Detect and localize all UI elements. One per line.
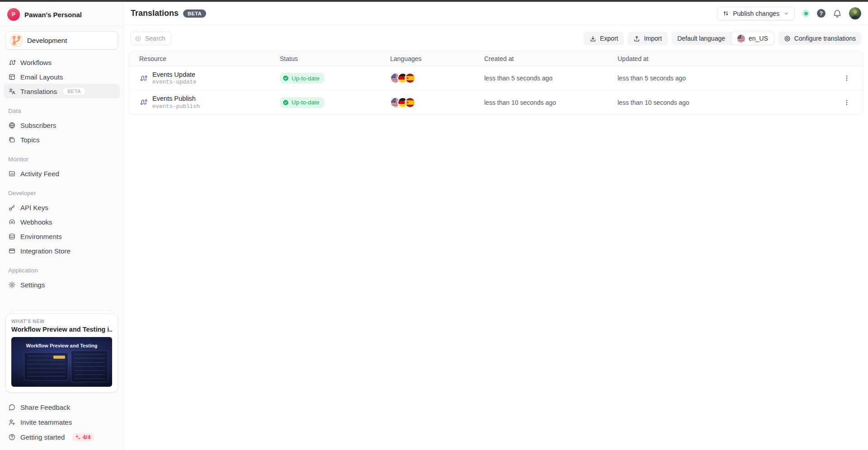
thumbnail-panel — [71, 351, 108, 382]
status-badge: Up-to-date — [280, 97, 324, 108]
import-button[interactable]: Import — [627, 32, 668, 45]
search-label: Search — [145, 35, 165, 42]
flag-us-icon — [737, 35, 745, 42]
help-icon[interactable]: ? — [817, 9, 826, 18]
export-icon — [590, 35, 596, 42]
sidebar-item-invite-teammates[interactable]: Invite teammates — [4, 415, 120, 430]
search-button[interactable]: Search — [130, 32, 171, 45]
sidebar-item-label: Subscribers — [20, 122, 56, 129]
topics-icon — [8, 136, 16, 144]
default-language-value: en_US — [749, 35, 768, 42]
notifications-bell-icon[interactable] — [833, 9, 842, 18]
getting-started-icon — [8, 433, 16, 441]
sidebar-item-activity-feed[interactable]: Activity Feed — [4, 166, 120, 181]
sidebar-item-environments[interactable]: Environments — [4, 229, 120, 244]
sparkles-icon — [75, 434, 81, 441]
sidebar-item-integration-store[interactable]: Integration Store — [4, 244, 120, 258]
row-actions-kebab-button[interactable] — [841, 72, 853, 84]
sidebar-item-label: Email Layouts — [20, 73, 63, 81]
org-avatar: P — [7, 8, 20, 21]
sidebar-item-subscribers[interactable]: Subscribers — [4, 118, 120, 132]
publish-changes-button[interactable]: Publish changes — [717, 7, 795, 20]
sidebar-item-label: API Keys — [20, 204, 48, 211]
created-at-cell: less than 10 seconds ago — [484, 99, 618, 106]
sidebar: P Pawan's Personal Development Workflows… — [0, 2, 124, 450]
page-header: Translations BETA Publish changes ? — [124, 2, 868, 25]
whats-new-thumbnail[interactable]: Workflow Preview and Testing — [11, 337, 112, 387]
whats-new-card-wrap: WHAT'S NEW Workflow Preview and Testing … — [5, 314, 118, 393]
sidebar-item-label: Invite teammates — [20, 418, 72, 426]
sidebar-item-api-keys[interactable]: API Keys — [4, 200, 120, 215]
getting-started-progress-badge: 4/4 — [72, 433, 94, 441]
table-row-events-update[interactable]: Events Updateevents-updateUp-to-dateless… — [129, 66, 863, 90]
resource-cell: Events Updateevents-update — [129, 71, 280, 86]
sidebar-item-getting-started[interactable]: Getting started4/4 — [4, 430, 120, 445]
resource-slug: events-update — [152, 79, 197, 85]
configure-gear-icon — [784, 35, 791, 42]
sidebar-item-translations[interactable]: TranslationsBETA — [4, 84, 120, 98]
table-body: Events Updateevents-updateUp-to-dateless… — [129, 66, 863, 114]
default-language-label: Default language — [671, 35, 731, 42]
sidebar-item-email-layouts[interactable]: Email Layouts — [4, 70, 120, 84]
sidebar-item-label: Getting started — [20, 433, 65, 441]
webhooks-icon — [8, 218, 16, 226]
sidebar-item-label: Activity Feed — [20, 170, 59, 178]
header-actions: Publish changes ? — [717, 7, 861, 20]
workflow-icon — [139, 98, 147, 106]
sidebar-nav: WorkflowsEmail LayoutsTranslationsBETADa… — [0, 52, 123, 307]
translations-icon — [8, 88, 16, 95]
resource-name: Events Update — [152, 71, 197, 79]
org-name: Pawan's Personal — [24, 11, 82, 19]
sidebar-item-webhooks[interactable]: Webhooks — [4, 215, 120, 229]
app-root: P Pawan's Personal Development Workflows… — [0, 2, 868, 450]
sidebar-item-label: Translations — [20, 88, 57, 95]
whats-new-card[interactable]: WHAT'S NEW Workflow Preview and Testing … — [5, 314, 118, 393]
default-language-control: Default language en_US — [671, 32, 774, 45]
environment-selector[interactable]: Development — [5, 31, 118, 50]
table-header-row: ResourceStatusLanguagesCreated atUpdated… — [129, 51, 863, 66]
sidebar-item-settings[interactable]: Settings — [4, 277, 120, 292]
export-label: Export — [600, 35, 618, 42]
sidebar-item-workflows[interactable]: Workflows — [4, 55, 120, 70]
org-switcher[interactable]: P Pawan's Personal — [0, 2, 123, 27]
settings-icon — [8, 281, 16, 289]
sidebar-section-label-monitor: Monitor — [4, 147, 120, 166]
check-circle-icon — [283, 75, 289, 81]
import-label: Import — [644, 35, 662, 42]
resource-cell: Events Publishevents-publish — [129, 95, 280, 110]
status-badge: Up-to-date — [280, 73, 324, 84]
configure-translations-button[interactable]: Configure translations — [778, 32, 862, 45]
whats-new-label: WHAT'S NEW — [11, 319, 112, 324]
export-button[interactable]: Export — [584, 32, 624, 45]
share-feedback-icon — [8, 403, 16, 411]
sidebar-item-topics[interactable]: Topics — [4, 132, 120, 147]
resource-slug: events-publish — [152, 103, 200, 110]
sidebar-item-share-feedback[interactable]: Share Feedback — [4, 400, 120, 415]
integration-store-icon — [8, 247, 16, 255]
chevron-down-icon — [783, 10, 789, 17]
publish-changes-label: Publish changes — [733, 10, 779, 17]
configure-translations-label: Configure translations — [794, 35, 856, 42]
sidebar-item-label: Integration Store — [20, 247, 71, 255]
sidebar-item-label: Topics — [20, 136, 40, 144]
column-header-languages: Languages — [390, 55, 484, 62]
sidebar-item-label: Settings — [20, 281, 45, 289]
column-header-updated-at: Updated at — [618, 55, 831, 62]
user-avatar[interactable] — [849, 7, 861, 19]
workflows-icon — [8, 59, 16, 66]
created-at-cell: less than 5 seconds ago — [484, 75, 618, 82]
sidebar-section-label-application: Application — [4, 258, 120, 277]
whats-new-title: Workflow Preview and Testing i... — [11, 326, 112, 333]
thumbnail-highlight-chip — [53, 356, 65, 359]
default-language-button[interactable]: en_US — [731, 32, 774, 45]
sidebar-item-label: Workflows — [20, 59, 52, 66]
thumbnail-panel — [24, 352, 68, 380]
sidebar-item-label: Share Feedback — [20, 403, 70, 411]
table-row-events-publish[interactable]: Events Publishevents-publishUp-to-datele… — [129, 90, 863, 114]
row-actions-kebab-button[interactable] — [841, 97, 853, 108]
import-icon — [633, 35, 640, 42]
resource-name: Events Publish — [152, 95, 200, 103]
sidebar-item-label: Environments — [20, 233, 62, 240]
branch-icon — [10, 34, 23, 47]
invite-teammates-icon — [8, 418, 16, 426]
